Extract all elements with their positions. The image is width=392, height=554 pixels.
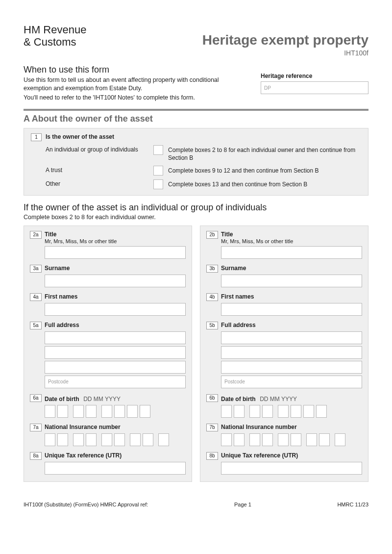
logo-line1: HM Revenue	[24, 24, 86, 36]
address-a-line1[interactable]	[45, 331, 186, 344]
dob-a-fmt: DD MM YYYY	[83, 396, 121, 403]
opt-trust-desc: Complete boxes 9 to 12 and then continue…	[168, 166, 361, 175]
q1-number: 1	[31, 133, 42, 141]
ni-b-label: National Insurance number	[221, 424, 297, 430]
title-a-input[interactable]	[45, 246, 186, 259]
first-b-input[interactable]	[221, 303, 362, 316]
dob-b-fmt: DD MM YYYY	[260, 396, 297, 403]
first-a-label: First names	[45, 293, 77, 300]
box-8b-num: 8b	[206, 452, 218, 460]
surname-a-label: Surname	[45, 265, 70, 272]
box-6a-num: 6a	[30, 394, 42, 402]
footer-right: HMRC 11/23	[337, 502, 368, 507]
utr-a-label: Unique Tax reference (UTR)	[45, 452, 122, 459]
logo-line2: & Customs	[24, 36, 86, 48]
heritage-ref-label: Heritage reference	[261, 73, 368, 79]
opt-trust-label: A trust	[46, 166, 148, 174]
first-b-label: First names	[221, 293, 254, 300]
box-2a-num: 2a	[30, 231, 42, 239]
heritage-ref-input[interactable]	[261, 81, 368, 94]
individuals-desc: Complete boxes 2 to 8 for each individua…	[24, 214, 368, 221]
opt-other-label: Other	[46, 179, 148, 187]
question-1-box: 1 Is the owner of the asset An individua…	[24, 128, 368, 196]
box-8a-num: 8a	[30, 452, 42, 460]
opt-other-desc: Complete boxes 13 and then continue from…	[168, 179, 361, 188]
postcode-a-input[interactable]: Postcode	[45, 376, 186, 388]
box-5a-num: 5a	[30, 322, 42, 329]
box-5b-num: 5b	[206, 322, 218, 329]
box-7b-num: 7b	[206, 424, 218, 431]
ni-a-label: National Insurance number	[45, 424, 121, 430]
address-a-label: Full address	[45, 322, 79, 328]
dob-b-label: Date of birth	[221, 396, 256, 403]
opt-other-checkbox[interactable]	[153, 179, 163, 189]
opt-individual-desc: Complete boxes 2 to 8 for each individua…	[168, 145, 361, 162]
opt-individual-label: An individual or group of individuals	[46, 145, 148, 153]
address-b-label: Full address	[221, 322, 256, 328]
box-4a-num: 4a	[30, 293, 42, 301]
address-b-line1[interactable]	[221, 331, 362, 344]
dob-b-inputs[interactable]	[221, 405, 362, 418]
address-a-line2[interactable]	[45, 346, 186, 359]
utr-b-input[interactable]	[221, 462, 362, 475]
opt-trust-checkbox[interactable]	[153, 166, 163, 176]
section-a-heading: A About the owner of the asset	[24, 114, 368, 124]
box-3b-num: 3b	[206, 265, 218, 273]
first-a-input[interactable]	[45, 303, 186, 316]
owner-b-column: 2b Title Mr, Mrs, Miss, Ms or other titl…	[200, 226, 368, 482]
dob-a-inputs[interactable]	[45, 405, 186, 418]
box-7a-num: 7a	[30, 424, 42, 431]
utr-a-input[interactable]	[45, 462, 186, 475]
title-a-label: Title	[45, 231, 117, 238]
dob-a-label: Date of birth	[45, 396, 79, 403]
hmrc-logo: HM Revenue & Customs	[24, 24, 86, 49]
address-b-line3[interactable]	[221, 361, 362, 374]
utr-b-label: Unique Tax reference (UTR)	[221, 452, 298, 459]
intro-heading: When to use this form	[24, 65, 247, 75]
individuals-heading: If the owner of the asset is an individu…	[24, 202, 368, 213]
form-code: IHT100f	[202, 49, 368, 57]
surname-b-input[interactable]	[221, 275, 362, 287]
address-a-line3[interactable]	[45, 361, 186, 374]
divider	[24, 109, 368, 111]
surname-b-label: Surname	[221, 265, 246, 272]
box-2b-num: 2b	[206, 231, 218, 239]
ni-b-inputs[interactable]	[221, 433, 362, 446]
title-b-label: Title	[221, 231, 293, 238]
ni-a-inputs[interactable]	[45, 433, 186, 446]
owner-a-column: 2a Title Mr, Mrs, Miss, Ms or other titl…	[24, 226, 192, 482]
intro-p2: You'll need to refer to the 'IHT100f Not…	[24, 94, 247, 102]
title-a-hint: Mr, Mrs, Miss, Ms or other title	[45, 238, 117, 244]
title-b-hint: Mr, Mrs, Miss, Ms or other title	[221, 238, 293, 244]
footer-left: IHT100f (Substitute) (FormEvo) HMRC Appr…	[24, 502, 148, 507]
box-6b-num: 6b	[206, 394, 218, 402]
form-title: Heritage exempt property	[202, 32, 368, 48]
footer-page: Page 1	[234, 502, 251, 507]
box-4b-num: 4b	[206, 293, 218, 301]
title-b-input[interactable]	[221, 246, 362, 259]
opt-individual-checkbox[interactable]	[153, 145, 163, 155]
postcode-b-input[interactable]: Postcode	[221, 376, 362, 388]
box-3a-num: 3a	[30, 265, 42, 273]
surname-a-input[interactable]	[45, 275, 186, 287]
q1-label: Is the owner of the asset	[46, 133, 114, 140]
intro-p1: Use this form to tell us about an event …	[24, 76, 247, 93]
address-b-line2[interactable]	[221, 346, 362, 359]
